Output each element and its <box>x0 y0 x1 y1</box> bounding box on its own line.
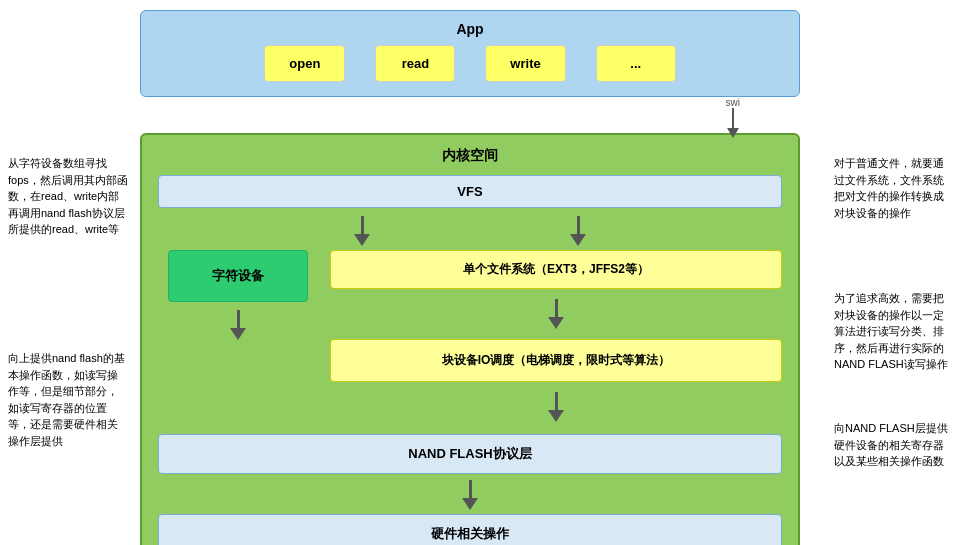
app-to-kernel-arrow-container: swi <box>140 97 800 133</box>
char-device-col: 字符设备 <box>158 250 318 340</box>
vfs-arrow-left <box>354 216 370 246</box>
app-title: App <box>161 21 779 37</box>
kernel-layer: 内核空间 VFS 字符设备 <box>140 133 800 545</box>
swi-arrow: swi <box>726 97 740 138</box>
annotation-left1: 从字符设备数组寻找fops，然后调用其内部函数，在read、write内部再调用… <box>8 155 128 238</box>
right-col: 单个文件系统（EXT3，JFFS2等） 块设备IO调度（电梯调度，限时式等算法） <box>330 250 782 426</box>
vfs-dual-arrows <box>158 216 782 246</box>
char-device-box: 字符设备 <box>168 250 308 302</box>
annotation-left2: 向上提供nand flash的基本操作函数，如读写操作等，但是细节部分，如读写寄… <box>8 350 128 449</box>
open-button[interactable]: open <box>264 45 345 82</box>
nand-protocol-box: NAND FLASH协议层 <box>158 434 782 474</box>
middle-row: 字符设备 单个文件系统（EXT3，JFFS2等） <box>158 250 782 426</box>
hw-ops-box: 硬件相关操作 <box>158 514 782 545</box>
annotation-right3: 向NAND FLASH层提供硬件设备的相关寄存器以及某些相关操作函数 <box>834 420 954 470</box>
vfs-arrow-right <box>570 216 586 246</box>
read-button[interactable]: read <box>375 45 455 82</box>
arrow-line <box>732 108 734 128</box>
vfs-box: VFS <box>158 175 782 208</box>
annotation-right2: 为了追求高效，需要把对块设备的操作以一定算法进行读写分类、排序，然后再进行实际的… <box>834 290 954 373</box>
write-button[interactable]: write <box>485 45 565 82</box>
io-to-nand-arrow <box>330 392 782 422</box>
kernel-title: 内核空间 <box>158 147 782 165</box>
char-arrow-down <box>230 310 246 340</box>
nand-to-hw-arrow <box>158 480 782 510</box>
fs-to-io-arrow <box>330 299 782 329</box>
diagram-wrapper: App open read write ... swi 内核空间 VFS <box>140 10 800 545</box>
swi-label: swi <box>726 97 740 108</box>
io-scheduler-box: 块设备IO调度（电梯调度，限时式等算法） <box>330 339 782 382</box>
annotation-right1: 对于普通文件，就要通过文件系统，文件系统把对文件的操作转换成对块设备的操作 <box>834 155 954 221</box>
app-layer: App open read write ... <box>140 10 800 97</box>
app-buttons: open read write ... <box>161 45 779 82</box>
ellipsis-button[interactable]: ... <box>596 45 676 82</box>
arrow-head <box>727 128 739 138</box>
filesystem-box: 单个文件系统（EXT3，JFFS2等） <box>330 250 782 289</box>
